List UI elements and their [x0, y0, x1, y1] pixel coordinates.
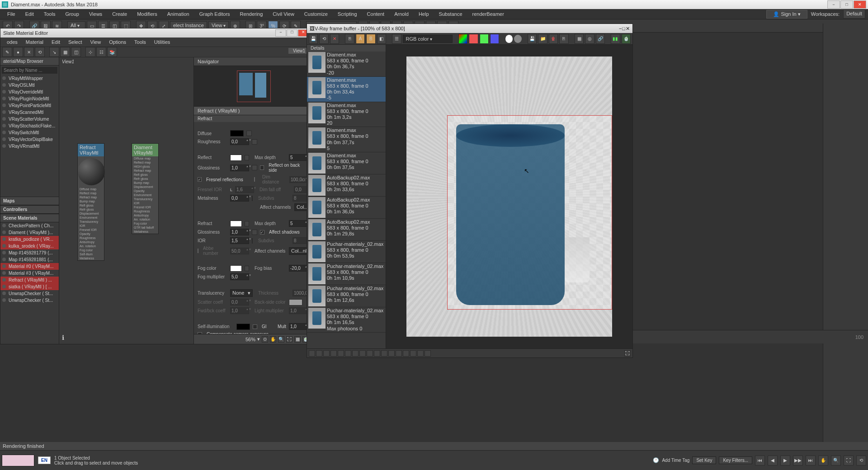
fwdback-spinner[interactable]: ▲▼ — [230, 307, 249, 314]
node-slot[interactable]: IOR — [132, 201, 158, 205]
node-slot[interactable]: Diffuse map — [78, 187, 104, 191]
slate-menu-select[interactable]: Select — [65, 38, 86, 46]
clock-icon[interactable]: 🕐 — [653, 457, 659, 463]
info-icon[interactable]: ℹ — [62, 334, 64, 341]
fogmult-spinner[interactable]: ▲▼ — [230, 273, 249, 280]
vfb-f-btn-1[interactable] — [309, 350, 315, 357]
material-type-item[interactable]: VRayMtlWrapper — [0, 75, 59, 82]
vfb-title-bar[interactable]: 🖼 V-Ray frame buffer - [100% of 583 x 80… — [307, 24, 632, 33]
node-slot[interactable]: IOR — [78, 224, 104, 228]
refract-color-swatch[interactable] — [230, 221, 242, 227]
refract-gloss-spinner[interactable]: ▲▼ — [230, 229, 249, 235]
vfb-minimize-button[interactable]: − — [619, 26, 622, 32]
history-item[interactable]: Puchar-materialy_02.max583 x 800, frame … — [307, 241, 386, 263]
vfb-red-icon[interactable] — [469, 34, 478, 44]
history-item[interactable]: Puchar-materialy_02.max583 x 800, frame … — [307, 285, 386, 307]
material-type-item[interactable]: VRayStochasticFlake... — [0, 122, 59, 129]
node-slot[interactable]: Bump map — [78, 199, 104, 203]
time-prev-icon[interactable]: ⏮ — [755, 456, 765, 465]
refract-gloss-map-button[interactable] — [252, 230, 257, 235]
scene-material-item[interactable]: kratka_podloze ( VR... — [0, 236, 59, 243]
roughness-spinner[interactable]: ▲▼ — [230, 138, 249, 145]
node-slot[interactable]: Fog color — [78, 248, 104, 252]
history-item[interactable]: Diament.max583 x 800, frame 00h 0m 37,5s — [307, 152, 386, 174]
params-title[interactable]: Refract ( VRayMtl ) — [194, 107, 311, 115]
node-slot[interactable]: Metalness — [132, 230, 158, 234]
vfb-ab-b-icon[interactable]: B — [366, 34, 375, 44]
time-next-icon[interactable]: ⏭ — [806, 456, 816, 465]
node-slot[interactable]: Refr gloss — [78, 207, 104, 212]
glossiness-spinner[interactable]: ▲▼ — [230, 164, 249, 171]
vfb-f-btn-5[interactable] — [338, 350, 344, 357]
dimdist-spinner[interactable]: ▲▼ — [289, 176, 308, 183]
vfb-f-expand-icon[interactable]: ⛶ — [624, 350, 631, 357]
history-item[interactable]: Diament.max583 x 800, frame 00h 0m 33,4s… — [307, 77, 386, 102]
node-slot[interactable]: Fog color — [132, 221, 158, 226]
node-slot[interactable]: Reflect map — [132, 160, 158, 164]
language-badge[interactable]: EN — [38, 456, 51, 464]
slate-layout-icon[interactable]: ☷ — [96, 47, 106, 57]
vfb-f-btn-15[interactable] — [410, 350, 416, 357]
mult-spinner[interactable]: ▲▼ — [289, 323, 308, 330]
slate-menu-view[interactable]: View — [87, 38, 105, 46]
vfb-f-btn-2[interactable] — [316, 350, 322, 357]
menu-arnold[interactable]: Arnold — [390, 10, 413, 18]
time-play-icon[interactable]: ▶ — [780, 456, 790, 465]
fogcolor-swatch[interactable] — [230, 265, 242, 272]
vfb-f-btn-13[interactable] — [396, 350, 402, 357]
node-slot[interactable]: Roughness — [78, 236, 104, 240]
vfb-rgb-icon[interactable] — [458, 34, 467, 44]
zoom-icon[interactable]: 🔍 — [278, 336, 284, 343]
lightmult-spinner[interactable]: ▲▼ — [289, 307, 308, 314]
node-slot[interactable]: Environment — [132, 193, 158, 197]
material-type-item[interactable]: VRayVectorDisplBake — [0, 136, 59, 143]
vfb-track-icon[interactable]: ◎ — [585, 34, 594, 44]
node-slot[interactable]: Anisotropy — [78, 240, 104, 244]
menu-file[interactable]: File — [3, 10, 20, 18]
roughness-map-button[interactable] — [252, 139, 257, 145]
reflect-backside-checkbox[interactable] — [260, 165, 264, 170]
material-type-item[interactable]: VRayOverrideMtl — [0, 89, 59, 95]
history-item[interactable]: Diament.max583 x 800, frame 00h 1m 3,2s2… — [307, 102, 386, 127]
slate-pick-icon[interactable]: ✎ — [2, 47, 12, 57]
scene-material-item[interactable]: CheckerPattern ( Ch... — [0, 222, 59, 229]
history-item[interactable]: AutoBackup02.max583 x 800, frame 00h 2m … — [307, 174, 386, 197]
slate-show-map-icon[interactable]: ▦ — [60, 47, 70, 57]
node-slot[interactable]: GTR tail falloff — [132, 226, 158, 230]
node-diament[interactable]: DiamentVRayMtl Diffuse mapReflect mapHiG… — [132, 143, 159, 234]
history-item[interactable]: Puchar-materialy_02.max583 x 800, frame … — [307, 307, 386, 333]
add-time-tag-button[interactable]: Add Time Tag — [662, 458, 689, 463]
vfb-copy-icon[interactable]: ⎘ — [559, 34, 568, 44]
browser-search-input[interactable]: Search by Name ... — [2, 67, 57, 74]
vfb-render-icon[interactable]: 🍵 — [622, 34, 631, 44]
slate-menu-modes[interactable]: odes — [3, 38, 21, 46]
slate-sphere-icon[interactable]: ● — [13, 47, 23, 57]
node-slot[interactable]: Translucency — [78, 220, 104, 224]
minimize-button[interactable]: − — [827, 0, 840, 9]
node-slot[interactable]: Refract map — [78, 195, 104, 199]
menu-content[interactable]: Content — [363, 10, 389, 18]
node-slot[interactable]: Fresnel IOR — [132, 205, 158, 209]
vfb-f-btn-8[interactable] — [359, 350, 366, 357]
vfb-f-btn-10[interactable] — [374, 350, 380, 357]
vfb-saveall-icon[interactable]: 💾 — [528, 34, 537, 44]
scene-material-item[interactable]: Map #1459281779 (... — [0, 249, 59, 256]
node-refract[interactable]: RefractVRayMtl Diffuse mapReflect mapRef… — [77, 143, 104, 261]
menu-rendering[interactable]: Rendering — [236, 10, 268, 18]
script-listener-box[interactable] — [2, 455, 34, 466]
maxdepth-spinner[interactable]: ▲▼ — [289, 154, 308, 161]
maps-section-header[interactable]: Maps — [0, 197, 59, 205]
menu-renderbeamer[interactable]: renderBeamer — [468, 10, 509, 18]
command-panel-strip[interactable] — [823, 24, 868, 452]
vfb-clone-icon[interactable]: ⎘ — [345, 34, 354, 44]
vfb-f-btn-4[interactable] — [330, 350, 337, 357]
node-slot[interactable]: Metalness — [78, 256, 104, 260]
slate-menu-options[interactable]: Options — [105, 38, 130, 46]
zoom-fit-icon[interactable]: ⊙ — [262, 336, 268, 343]
material-type-item[interactable]: VRayPluginNodeMtl — [0, 95, 59, 102]
ior-map-button[interactable] — [252, 238, 253, 244]
viewport-nav-icon-1[interactable]: ✋ — [818, 456, 828, 465]
node-slot[interactable]: Translucency — [132, 197, 158, 201]
material-type-item[interactable]: VRayScatterVolume — [0, 116, 59, 122]
set-key-button[interactable]: Set Key — [692, 456, 716, 464]
